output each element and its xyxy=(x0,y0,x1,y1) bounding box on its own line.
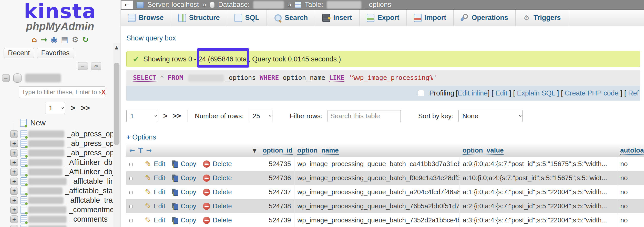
scrollbar-thumb[interactable] xyxy=(114,63,119,145)
edit-link[interactable]: Edit xyxy=(154,160,165,168)
copy-link[interactable]: Copy xyxy=(181,174,196,182)
expand-table-icon[interactable]: + xyxy=(10,149,18,157)
delete-link[interactable]: Delete xyxy=(213,216,232,224)
expand-table-icon[interactable]: + xyxy=(10,206,18,214)
row-checkbox[interactable] xyxy=(129,177,133,180)
profiling-link-edit-inline[interactable]: Edit inline xyxy=(458,89,488,97)
edit-link[interactable]: Edit xyxy=(154,174,165,182)
edit-link[interactable]: Edit xyxy=(154,202,165,210)
copy-link[interactable]: Copy xyxy=(181,160,196,168)
sidebar-table-item[interactable]: + _afflctable_statis xyxy=(0,186,120,196)
tab-search[interactable]: Search xyxy=(267,10,315,26)
tab-recent[interactable]: Recent xyxy=(4,48,34,58)
tab-favorites[interactable]: Favorites xyxy=(37,48,74,58)
profiling-checkbox[interactable] xyxy=(418,90,424,96)
profiling-link-ref[interactable]: Ref xyxy=(628,89,639,97)
tree-last-page-link[interactable]: >> xyxy=(81,104,90,112)
expand-table-icon[interactable]: + xyxy=(10,225,18,227)
back-button[interactable]: ← xyxy=(121,1,133,9)
row-checkbox[interactable] xyxy=(129,219,133,222)
tab-triggers[interactable]: ⚙ Triggers xyxy=(516,10,568,26)
sidebar-table-item[interactable]: + _ab_press_optir xyxy=(0,148,120,158)
tab-import[interactable]: Import xyxy=(407,10,454,26)
sidebar-table-item[interactable]: + _egrower xyxy=(0,224,120,227)
docs-icon[interactable]: ◉ xyxy=(51,36,57,44)
sidebar-table-item[interactable]: + _afflctable_track xyxy=(0,196,120,205)
main-panel: ← Server: localhost » Database: » Table:… xyxy=(121,0,644,227)
tab-operations[interactable]: Operations xyxy=(454,10,516,26)
copy-link[interactable]: Copy xyxy=(181,202,196,210)
expand-table-icon[interactable]: + xyxy=(10,130,18,138)
sidebar-table-item[interactable]: + _afflctable_link xyxy=(0,177,120,186)
database-name-redacted[interactable] xyxy=(25,74,61,82)
edit-link[interactable]: Edit xyxy=(154,216,165,224)
sql-keyword: WHERE xyxy=(260,74,279,81)
expand-table-icon[interactable]: + xyxy=(10,178,18,185)
expand-table-icon[interactable]: + xyxy=(10,215,18,223)
delete-link[interactable]: Delete xyxy=(213,160,232,168)
tab-insert[interactable]: Insert xyxy=(315,10,360,26)
column-header-autoload[interactable]: autoload xyxy=(620,146,644,155)
delete-link[interactable]: Delete xyxy=(213,174,232,182)
expand-table-icon[interactable]: + xyxy=(10,197,18,204)
expand-table-icon[interactable]: + xyxy=(10,159,18,166)
mysql-docs-icon[interactable]: ▤ xyxy=(61,36,68,44)
table-prefix-redacted xyxy=(28,168,62,176)
collapse-all-icon[interactable]: − xyxy=(78,62,88,70)
tab-structure[interactable]: Structure xyxy=(171,10,227,26)
sidebar-scrollbar[interactable]: ▲ xyxy=(113,43,120,227)
profiling-link-explain-sql[interactable]: Explain SQL xyxy=(517,89,555,97)
number-of-rows-select[interactable]: 25 xyxy=(249,110,272,122)
logout-icon[interactable]: → xyxy=(40,36,47,44)
copy-link[interactable]: Copy xyxy=(181,188,196,196)
page-select[interactable]: 1 xyxy=(126,110,158,122)
new-table-item[interactable]: New xyxy=(20,118,120,127)
profiling-link-create-php-code[interactable]: Create PHP code xyxy=(565,89,619,97)
sidebar-table-item[interactable]: + _comments xyxy=(0,214,120,224)
row-layout-toggle-icons[interactable]: ← T → xyxy=(129,147,152,154)
tab-sql[interactable]: SQL xyxy=(227,10,267,26)
expand-table-icon[interactable]: + xyxy=(10,140,18,147)
row-checkbox[interactable] xyxy=(129,205,133,208)
column-visibility-dropdown-icon[interactable]: ▼ xyxy=(253,147,257,154)
options-toggle-link[interactable]: + Options xyxy=(126,133,156,141)
sidebar-table-item[interactable]: + _ab_press_optir xyxy=(0,139,120,148)
table-prefix-redacted xyxy=(28,140,64,147)
tree-page-select[interactable]: 1 xyxy=(46,102,65,114)
delete-link[interactable]: Delete xyxy=(213,202,232,210)
link-with-main-panel-icon[interactable]: ∞ xyxy=(91,62,101,70)
tab-export[interactable]: Export xyxy=(360,10,407,26)
collapse-database-icon[interactable]: − xyxy=(2,74,10,82)
row-checkbox[interactable] xyxy=(129,191,133,194)
next-page-link[interactable]: > xyxy=(163,112,167,120)
sidebar-table-item[interactable]: + _ab_press_optir xyxy=(0,129,120,139)
expand-table-icon[interactable]: + xyxy=(10,168,18,176)
sort-by-key-select[interactable]: None xyxy=(458,110,523,122)
delete-link[interactable]: Delete xyxy=(213,188,232,196)
table-search-input[interactable] xyxy=(328,110,401,122)
reload-navigation-icon[interactable]: ↻ xyxy=(82,36,89,44)
edit-link[interactable]: Edit xyxy=(154,188,165,196)
home-icon[interactable]: ⌂ xyxy=(32,36,37,44)
column-header-option-id[interactable]: option_id xyxy=(263,146,293,155)
tree-next-page-link[interactable]: > xyxy=(71,104,75,112)
column-header-option-name[interactable]: option_name xyxy=(297,146,339,155)
row-checkbox[interactable] xyxy=(129,163,133,166)
profiling-link-edit[interactable]: Edit xyxy=(495,89,507,97)
tree-filter-input[interactable] xyxy=(22,89,101,96)
show-query-box-link[interactable]: Show query box xyxy=(126,34,176,42)
sidebar-table-item[interactable]: + _AffiLinker_db_s xyxy=(0,167,120,177)
expand-table-icon[interactable]: + xyxy=(10,187,18,195)
sidebar-table-item[interactable]: + _commentmeta xyxy=(0,205,120,214)
breadcrumb-table[interactable]: Table: xyxy=(305,1,323,9)
clear-filter-icon[interactable]: X xyxy=(101,88,106,96)
sidebar-table-item[interactable]: + _AffiLinker_db_s xyxy=(0,158,120,167)
tab-browse[interactable]: Browse xyxy=(121,10,171,26)
breadcrumb-database[interactable]: Database: xyxy=(218,1,250,9)
breadcrumb-server[interactable]: Server: localhost xyxy=(147,1,199,9)
scroll-up-icon[interactable]: ▲ xyxy=(113,43,120,51)
settings-icon[interactable]: ⚙ xyxy=(72,36,79,44)
column-header-option-value[interactable]: option_value xyxy=(463,146,504,155)
copy-link[interactable]: Copy xyxy=(181,216,196,224)
last-page-link[interactable]: >> xyxy=(172,112,181,120)
